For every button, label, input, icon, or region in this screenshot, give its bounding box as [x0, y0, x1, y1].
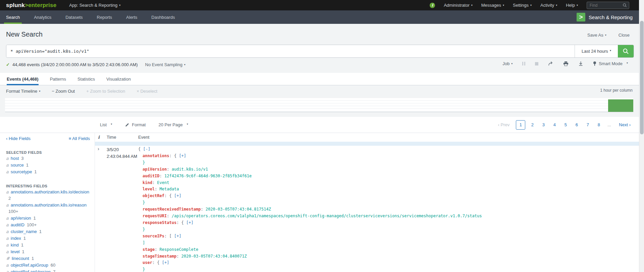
- search-query-input[interactable]: [6, 45, 575, 57]
- chevron-down-icon: ▾: [577, 4, 578, 7]
- event-json-line: }: [138, 160, 641, 166]
- close-button[interactable]: Close: [619, 33, 630, 38]
- nav-item-reports[interactable]: Reports: [95, 10, 114, 24]
- zoom-out-label: Zoom Out: [55, 89, 75, 94]
- field-type-icon: a: [6, 269, 9, 272]
- info-icon[interactable]: i: [430, 3, 435, 8]
- pause-button[interactable]: [522, 62, 525, 65]
- field-item-auditid[interactable]: aauditID100+: [6, 222, 91, 228]
- hide-fields-button[interactable]: ‹ Hide Fields: [6, 136, 31, 141]
- search-mode-menu[interactable]: Smart Mode▾: [593, 61, 628, 66]
- field-count: 1: [33, 216, 36, 221]
- search-submit-button[interactable]: [618, 45, 634, 57]
- page-button-7[interactable]: 7: [584, 122, 592, 127]
- tab-statistics[interactable]: Statistics: [77, 73, 95, 85]
- field-item-kind[interactable]: akind1: [6, 242, 91, 248]
- topbar-menu-settings[interactable]: Settings▾: [513, 3, 532, 8]
- field-item-cluster-name[interactable]: acluster_name1: [6, 228, 91, 235]
- selected-fields-header: SELECTED FIELDS: [6, 150, 42, 154]
- tab-events-44-468[interactable]: Events (44,468): [7, 73, 39, 85]
- topbar-menu-activity[interactable]: Activity▾: [540, 3, 557, 8]
- json-expand-toggle[interactable]: [+]: [162, 260, 169, 265]
- page-button-3[interactable]: 3: [539, 122, 547, 127]
- timeline-bar[interactable]: [608, 99, 633, 112]
- json-expand-toggle[interactable]: [+]: [179, 153, 186, 158]
- field-item-apiversion[interactable]: aapiVersion1: [6, 215, 91, 221]
- splunk-logo[interactable]: splunk>enterprise: [6, 2, 56, 9]
- minus-icon: −: [52, 89, 54, 94]
- nav-item-search[interactable]: Search: [4, 10, 22, 24]
- field-item-objectref-apigroup[interactable]: aobjectRef.apiGroup60: [6, 262, 91, 268]
- field-item-annotations-authorization-k8s-io-decision[interactable]: aannotations.authorization.k8s.io/decisi…: [6, 189, 91, 201]
- page-button-4[interactable]: 4: [550, 122, 558, 127]
- prev-page-button[interactable]: ‹ Prev: [498, 122, 510, 127]
- field-count: 7: [53, 269, 55, 272]
- list-view-menu[interactable]: List▾: [100, 122, 112, 127]
- job-menu[interactable]: Job▾: [502, 61, 513, 66]
- scrollbar-thumb[interactable]: [640, 21, 644, 134]
- field-type-icon: a: [6, 236, 9, 241]
- per-page-menu[interactable]: 20 Per Page▾: [158, 122, 188, 127]
- page-button-6[interactable]: 6: [573, 122, 581, 127]
- share-button[interactable]: [548, 61, 553, 66]
- json-key: stage: [143, 247, 155, 252]
- all-fields-button[interactable]: ≡ All Fields: [69, 136, 90, 141]
- deselect-button[interactable]: × Deselect: [137, 89, 157, 94]
- print-button[interactable]: [563, 61, 569, 66]
- selected-fields-list: ahost3asource1asourcetype1: [6, 155, 91, 175]
- stop-button[interactable]: [535, 62, 538, 65]
- field-item-annotations-authorization-k8s-io-reason[interactable]: aannotations.authorization.k8s.io/reason…: [6, 202, 91, 215]
- json-expand-toggle[interactable]: [+]: [186, 220, 194, 225]
- find-box: [587, 2, 629, 9]
- search-bar: Last 24 hours▾: [6, 45, 634, 58]
- save-as-button[interactable]: Save As▾: [587, 33, 606, 38]
- tab-visualization[interactable]: Visualization: [106, 73, 131, 85]
- zoom-to-selection-button[interactable]: + Zoom to Selection: [86, 89, 125, 94]
- topbar-menu-messages[interactable]: Messages▾: [481, 3, 504, 8]
- export-button[interactable]: [578, 61, 583, 66]
- events-table-header: i Time Event: [95, 133, 644, 142]
- app-badge[interactable]: > Search & Reporting: [577, 10, 633, 24]
- nav-item-analytics[interactable]: Analytics: [32, 10, 53, 24]
- expand-event-chevron[interactable]: ›: [98, 146, 99, 151]
- field-item-sourcetype[interactable]: asourcetype1: [6, 169, 91, 175]
- timeline-chart[interactable]: [5, 98, 633, 112]
- field-item-source[interactable]: asource1: [6, 162, 91, 168]
- next-page-button[interactable]: Next ›: [619, 122, 631, 127]
- page-button-5[interactable]: 5: [561, 122, 570, 127]
- page-button-8[interactable]: 8: [595, 122, 603, 127]
- event-json-line: }: [138, 226, 641, 233]
- nav-item-datasets[interactable]: Datasets: [63, 10, 85, 24]
- json-punct: :: [155, 247, 159, 252]
- event-sampling-label: No Event Sampling: [145, 62, 182, 67]
- field-item-level[interactable]: alevel1: [6, 248, 91, 255]
- nav-item-dashboards[interactable]: Dashboards: [149, 10, 177, 24]
- field-item-host[interactable]: ahost3: [6, 155, 91, 162]
- json-expand-toggle[interactable]: [+]: [174, 234, 181, 238]
- format-timeline-menu[interactable]: Format Timeline▾: [6, 89, 40, 94]
- topbar-menu-help[interactable]: Help▾: [566, 3, 578, 8]
- chevron-down-icon: ▾: [556, 4, 557, 7]
- event-sampling-menu[interactable]: No Event Sampling▾: [145, 62, 185, 67]
- json-expand-toggle[interactable]: [-]: [143, 147, 150, 151]
- next-page-label: Next: [619, 122, 628, 127]
- page-button-1[interactable]: 1: [516, 120, 525, 130]
- field-item-objectref-apiversion[interactable]: aobjectRef.apiVersion7: [6, 269, 91, 272]
- time-range-picker[interactable]: Last 24 hours▾: [575, 45, 618, 57]
- zoom-out-button[interactable]: − Zoom Out: [52, 89, 75, 94]
- field-item-index[interactable]: aindex1: [6, 235, 91, 241]
- find-input[interactable]: [589, 3, 623, 8]
- json-value: audit.k8s.io/v1: [172, 167, 208, 172]
- app-menu[interactable]: App: Search & Reporting▾: [69, 3, 120, 8]
- field-count: 3: [21, 156, 23, 161]
- topbar-menu-administrator[interactable]: Administrator▾: [444, 3, 473, 8]
- window-scrollbar[interactable]: [639, 0, 644, 272]
- deselect-label: Deselect: [140, 89, 157, 94]
- format-results-button[interactable]: Format: [125, 122, 146, 127]
- field-item-linecount[interactable]: #linecount1: [6, 255, 91, 262]
- page-button-2[interactable]: 2: [528, 122, 536, 127]
- nav-item-alerts[interactable]: Alerts: [124, 10, 139, 24]
- tab-patterns[interactable]: Patterns: [50, 73, 66, 85]
- json-punct: :: [167, 167, 171, 172]
- json-expand-toggle[interactable]: [+]: [174, 193, 181, 198]
